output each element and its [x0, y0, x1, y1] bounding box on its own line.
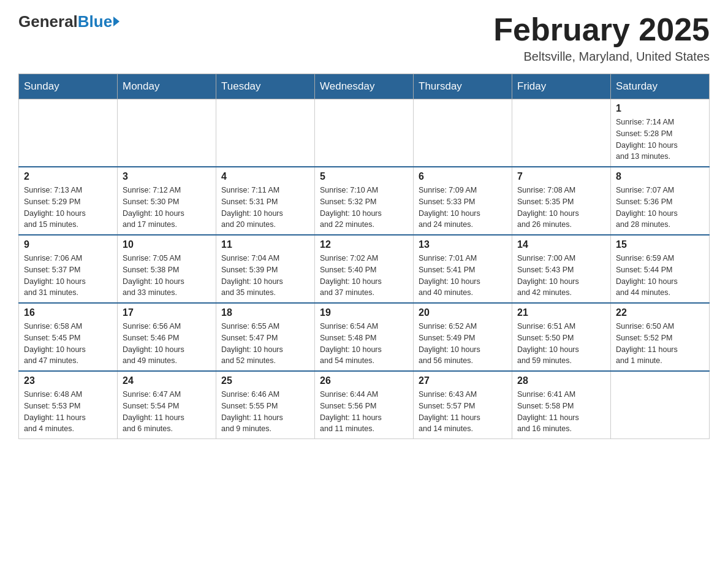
- calendar-week-row: 2Sunrise: 7:13 AMSunset: 5:29 PMDaylight…: [19, 167, 710, 235]
- calendar-cell: [414, 99, 512, 167]
- calendar-cell: 25Sunrise: 6:46 AMSunset: 5:55 PMDayligh…: [216, 371, 315, 439]
- calendar-cell: [216, 99, 315, 167]
- day-sun-info: Sunrise: 7:01 AMSunset: 5:41 PMDaylight:…: [419, 253, 507, 299]
- day-number: 1: [616, 103, 704, 114]
- day-sun-info: Sunrise: 6:41 AMSunset: 5:58 PMDaylight:…: [517, 389, 605, 435]
- calendar-week-row: 1Sunrise: 7:14 AMSunset: 5:28 PMDaylight…: [19, 99, 710, 167]
- calendar-cell: 8Sunrise: 7:07 AMSunset: 5:36 PMDaylight…: [611, 167, 710, 235]
- day-sun-info: Sunrise: 6:44 AMSunset: 5:56 PMDaylight:…: [320, 389, 408, 435]
- day-number: 4: [221, 171, 309, 182]
- title-area: February 2025 Beltsville, Maryland, Unit…: [493, 12, 710, 64]
- calendar-cell: 27Sunrise: 6:43 AMSunset: 5:57 PMDayligh…: [414, 371, 512, 439]
- calendar-cell: 3Sunrise: 7:12 AMSunset: 5:30 PMDaylight…: [118, 167, 216, 235]
- logo: General Blue: [18, 12, 119, 31]
- calendar-cell: 1Sunrise: 7:14 AMSunset: 5:28 PMDaylight…: [611, 99, 710, 167]
- calendar-cell: 17Sunrise: 6:56 AMSunset: 5:46 PMDayligh…: [118, 303, 216, 371]
- calendar-cell: 26Sunrise: 6:44 AMSunset: 5:56 PMDayligh…: [315, 371, 414, 439]
- day-number: 24: [123, 375, 211, 386]
- day-sun-info: Sunrise: 6:56 AMSunset: 5:46 PMDaylight:…: [123, 321, 211, 367]
- day-sun-info: Sunrise: 6:55 AMSunset: 5:47 PMDaylight:…: [221, 321, 309, 367]
- calendar-cell: 4Sunrise: 7:11 AMSunset: 5:31 PMDaylight…: [216, 167, 315, 235]
- calendar-cell: 19Sunrise: 6:54 AMSunset: 5:48 PMDayligh…: [315, 303, 414, 371]
- day-number: 5: [320, 171, 408, 182]
- calendar-cell: 23Sunrise: 6:48 AMSunset: 5:53 PMDayligh…: [19, 371, 118, 439]
- calendar-cell: 16Sunrise: 6:58 AMSunset: 5:45 PMDayligh…: [19, 303, 118, 371]
- calendar-cell: 18Sunrise: 6:55 AMSunset: 5:47 PMDayligh…: [216, 303, 315, 371]
- calendar-cell: 28Sunrise: 6:41 AMSunset: 5:58 PMDayligh…: [512, 371, 611, 439]
- calendar-cell: 11Sunrise: 7:04 AMSunset: 5:39 PMDayligh…: [216, 235, 315, 303]
- calendar-cell: 7Sunrise: 7:08 AMSunset: 5:35 PMDaylight…: [512, 167, 611, 235]
- logo-blue-part: Blue: [78, 12, 119, 31]
- day-number: 21: [517, 307, 605, 318]
- calendar-week-row: 23Sunrise: 6:48 AMSunset: 5:53 PMDayligh…: [19, 371, 710, 439]
- day-of-week-header: Sunday: [19, 74, 118, 99]
- day-of-week-header: Tuesday: [216, 74, 315, 99]
- calendar-cell: [315, 99, 414, 167]
- calendar-cell: 21Sunrise: 6:51 AMSunset: 5:50 PMDayligh…: [512, 303, 611, 371]
- day-sun-info: Sunrise: 7:12 AMSunset: 5:30 PMDaylight:…: [123, 185, 211, 231]
- calendar-week-row: 9Sunrise: 7:06 AMSunset: 5:37 PMDaylight…: [19, 235, 710, 303]
- day-sun-info: Sunrise: 7:05 AMSunset: 5:38 PMDaylight:…: [123, 253, 211, 299]
- day-number: 26: [320, 375, 408, 386]
- day-sun-info: Sunrise: 7:04 AMSunset: 5:39 PMDaylight:…: [221, 253, 309, 299]
- day-of-week-header: Saturday: [611, 74, 710, 99]
- day-sun-info: Sunrise: 6:51 AMSunset: 5:50 PMDaylight:…: [517, 321, 605, 367]
- day-sun-info: Sunrise: 6:59 AMSunset: 5:44 PMDaylight:…: [616, 253, 704, 299]
- header: General Blue February 2025 Beltsville, M…: [18, 12, 710, 64]
- day-sun-info: Sunrise: 6:47 AMSunset: 5:54 PMDaylight:…: [123, 389, 211, 435]
- calendar-cell: 24Sunrise: 6:47 AMSunset: 5:54 PMDayligh…: [118, 371, 216, 439]
- day-number: 2: [24, 171, 112, 182]
- day-sun-info: Sunrise: 6:43 AMSunset: 5:57 PMDaylight:…: [419, 389, 507, 435]
- calendar-cell: [611, 371, 710, 439]
- day-number: 19: [320, 307, 408, 318]
- calendar-cell: 6Sunrise: 7:09 AMSunset: 5:33 PMDaylight…: [414, 167, 512, 235]
- day-sun-info: Sunrise: 7:10 AMSunset: 5:32 PMDaylight:…: [320, 185, 408, 231]
- day-number: 12: [320, 239, 408, 250]
- day-number: 11: [221, 239, 309, 250]
- calendar-cell: 15Sunrise: 6:59 AMSunset: 5:44 PMDayligh…: [611, 235, 710, 303]
- day-number: 7: [517, 171, 605, 182]
- day-number: 15: [616, 239, 704, 250]
- calendar-cell: 10Sunrise: 7:05 AMSunset: 5:38 PMDayligh…: [118, 235, 216, 303]
- day-number: 16: [24, 307, 112, 318]
- day-sun-info: Sunrise: 7:02 AMSunset: 5:40 PMDaylight:…: [320, 253, 408, 299]
- calendar-table: SundayMondayTuesdayWednesdayThursdayFrid…: [18, 74, 710, 439]
- day-number: 23: [24, 375, 112, 386]
- day-number: 8: [616, 171, 704, 182]
- day-sun-info: Sunrise: 7:06 AMSunset: 5:37 PMDaylight:…: [24, 253, 112, 299]
- calendar-cell: 14Sunrise: 7:00 AMSunset: 5:43 PMDayligh…: [512, 235, 611, 303]
- day-sun-info: Sunrise: 7:11 AMSunset: 5:31 PMDaylight:…: [221, 185, 309, 231]
- day-sun-info: Sunrise: 6:54 AMSunset: 5:48 PMDaylight:…: [320, 321, 408, 367]
- day-number: 6: [419, 171, 507, 182]
- day-number: 18: [221, 307, 309, 318]
- day-number: 22: [616, 307, 704, 318]
- logo-general-text: General: [18, 12, 78, 31]
- calendar-cell: [19, 99, 118, 167]
- day-number: 10: [123, 239, 211, 250]
- calendar-cell: 9Sunrise: 7:06 AMSunset: 5:37 PMDaylight…: [19, 235, 118, 303]
- day-sun-info: Sunrise: 7:13 AMSunset: 5:29 PMDaylight:…: [24, 185, 112, 231]
- day-number: 3: [123, 171, 211, 182]
- day-of-week-header: Monday: [118, 74, 216, 99]
- day-sun-info: Sunrise: 6:46 AMSunset: 5:55 PMDaylight:…: [221, 389, 309, 435]
- day-number: 25: [221, 375, 309, 386]
- day-of-week-header: Friday: [512, 74, 611, 99]
- calendar-cell: 12Sunrise: 7:02 AMSunset: 5:40 PMDayligh…: [315, 235, 414, 303]
- calendar-cell: 20Sunrise: 6:52 AMSunset: 5:49 PMDayligh…: [414, 303, 512, 371]
- day-number: 14: [517, 239, 605, 250]
- day-sun-info: Sunrise: 7:07 AMSunset: 5:36 PMDaylight:…: [616, 185, 704, 231]
- calendar-header-row: SundayMondayTuesdayWednesdayThursdayFrid…: [19, 74, 710, 99]
- calendar-cell: 22Sunrise: 6:50 AMSunset: 5:52 PMDayligh…: [611, 303, 710, 371]
- day-number: 9: [24, 239, 112, 250]
- calendar-cell: [512, 99, 611, 167]
- day-number: 20: [419, 307, 507, 318]
- day-sun-info: Sunrise: 7:14 AMSunset: 5:28 PMDaylight:…: [616, 117, 704, 163]
- day-sun-info: Sunrise: 7:08 AMSunset: 5:35 PMDaylight:…: [517, 185, 605, 231]
- logo-blue-text: Blue: [78, 12, 112, 31]
- calendar-cell: 5Sunrise: 7:10 AMSunset: 5:32 PMDaylight…: [315, 167, 414, 235]
- day-sun-info: Sunrise: 6:58 AMSunset: 5:45 PMDaylight:…: [24, 321, 112, 367]
- month-title: February 2025: [493, 12, 710, 47]
- day-of-week-header: Thursday: [414, 74, 512, 99]
- day-sun-info: Sunrise: 7:09 AMSunset: 5:33 PMDaylight:…: [419, 185, 507, 231]
- day-number: 27: [419, 375, 507, 386]
